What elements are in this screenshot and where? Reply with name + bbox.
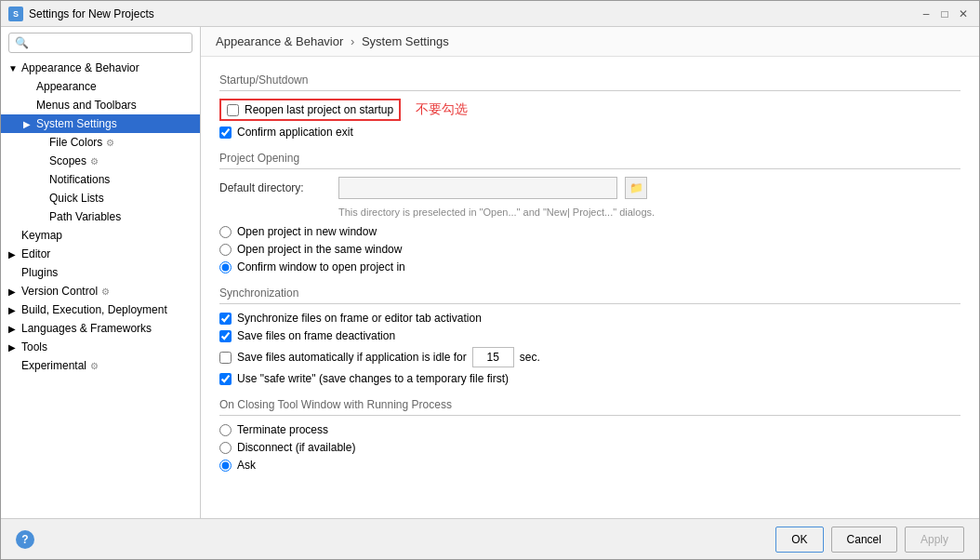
disconnect-label: Disconnect (if available) bbox=[237, 441, 355, 454]
settings-icon: ⚙ bbox=[101, 287, 110, 297]
terminate-row: Terminate process bbox=[219, 423, 960, 436]
save-deactivation-checkbox[interactable] bbox=[219, 330, 232, 342]
sidebar-item-build-execution[interactable]: ▶ Build, Execution, Deployment bbox=[1, 300, 200, 319]
ask-row: Ask bbox=[219, 459, 960, 472]
settings-icon: ⚙ bbox=[90, 361, 99, 371]
project-opening-section-header: Project Opening bbox=[219, 152, 960, 169]
search-icon: 🔍 bbox=[15, 36, 29, 49]
confirm-exit-checkbox[interactable] bbox=[219, 127, 232, 139]
breadcrumb-part1: Appearance & Behavior bbox=[216, 34, 343, 48]
cancel-button[interactable]: Cancel bbox=[831, 527, 897, 553]
expand-arrow: ▶ bbox=[8, 287, 21, 297]
disconnect-radio[interactable] bbox=[219, 442, 232, 454]
folder-icon: 📁 bbox=[629, 181, 643, 194]
ok-button[interactable]: OK bbox=[775, 527, 823, 553]
window-controls: – □ ✕ bbox=[918, 6, 972, 22]
sidebar-label: Languages & Frameworks bbox=[21, 322, 152, 335]
sidebar-item-version-control[interactable]: ▶ Version Control ⚙ bbox=[1, 282, 200, 300]
footer-buttons: OK Cancel Apply bbox=[775, 527, 964, 553]
browse-button[interactable]: 📁 bbox=[625, 177, 647, 199]
search-box[interactable]: 🔍 bbox=[8, 33, 192, 53]
open-same-window-radio[interactable] bbox=[219, 244, 232, 256]
open-new-window-row: Open project in new window bbox=[219, 225, 960, 238]
sidebar-label: System Settings bbox=[36, 117, 117, 130]
confirm-window-row: Confirm window to open project in bbox=[219, 260, 960, 273]
titlebar: S Settings for New Projects – □ ✕ bbox=[1, 1, 979, 27]
sync-files-checkbox[interactable] bbox=[219, 313, 232, 325]
sidebar-item-plugins[interactable]: Plugins bbox=[1, 263, 200, 282]
default-directory-input[interactable] bbox=[338, 177, 617, 199]
expand-arrow: ▶ bbox=[23, 119, 36, 129]
confirm-exit-row: Confirm application exit bbox=[219, 126, 960, 139]
sidebar-label: Editor bbox=[21, 247, 50, 260]
ask-radio[interactable] bbox=[219, 460, 232, 472]
breadcrumb: Appearance & Behavior › System Settings bbox=[201, 27, 979, 57]
close-button[interactable]: ✕ bbox=[955, 6, 972, 22]
sidebar-label: Experimental bbox=[21, 359, 86, 372]
sidebar-item-quick-lists[interactable]: Quick Lists bbox=[1, 189, 200, 207]
sync-files-row: Synchronize files on frame or editor tab… bbox=[219, 312, 960, 325]
sidebar-item-appearance[interactable]: Appearance bbox=[1, 77, 200, 96]
save-idle-label: Save files automatically if application … bbox=[237, 351, 467, 364]
default-directory-row: Default directory: 📁 bbox=[219, 177, 960, 199]
footer-left: ? bbox=[16, 530, 34, 549]
expand-arrow: ▶ bbox=[8, 305, 21, 315]
sidebar-label: File Colors bbox=[49, 136, 102, 149]
directory-hint: This directory is preselected in "Open..… bbox=[338, 207, 960, 218]
sidebar-item-file-colors[interactable]: File Colors ⚙ bbox=[1, 133, 200, 152]
expand-arrow: ▶ bbox=[8, 324, 21, 334]
idle-unit: sec. bbox=[520, 351, 540, 364]
open-same-window-row: Open project in the same window bbox=[219, 243, 960, 256]
sidebar-item-keymap[interactable]: Keymap bbox=[1, 226, 200, 245]
settings-icon: ⚙ bbox=[90, 156, 99, 167]
expand-arrow: ▶ bbox=[8, 249, 21, 260]
save-idle-checkbox[interactable] bbox=[219, 352, 232, 364]
sidebar-item-notifications[interactable]: Notifications bbox=[1, 170, 200, 189]
open-same-window-label: Open project in the same window bbox=[237, 243, 402, 256]
default-directory-label: Default directory: bbox=[219, 181, 331, 194]
open-new-window-radio[interactable] bbox=[219, 226, 232, 238]
sidebar-item-scopes[interactable]: Scopes ⚙ bbox=[1, 152, 200, 170]
open-new-window-label: Open project in new window bbox=[237, 225, 377, 238]
sidebar-label: Scopes bbox=[49, 154, 86, 167]
content-area: Appearance & Behavior › System Settings … bbox=[201, 27, 979, 518]
help-button[interactable]: ? bbox=[16, 530, 34, 549]
sidebar-item-experimental[interactable]: Experimental ⚙ bbox=[1, 356, 200, 375]
reopen-last-project-checkbox[interactable] bbox=[227, 104, 239, 116]
apply-button[interactable]: Apply bbox=[905, 527, 964, 553]
sidebar-label: Tools bbox=[21, 340, 47, 353]
sidebar-item-tools[interactable]: ▶ Tools bbox=[1, 338, 200, 356]
sidebar-item-menus-toolbars[interactable]: Menus and Toolbars bbox=[1, 96, 200, 114]
minimize-button[interactable]: – bbox=[918, 6, 934, 22]
sync-section-header: Synchronization bbox=[219, 287, 960, 304]
search-input[interactable] bbox=[33, 36, 186, 49]
sidebar-label: Appearance & Behavior bbox=[21, 61, 139, 74]
sidebar-item-path-variables[interactable]: Path Variables bbox=[1, 207, 200, 226]
startup-section-header: Startup/Shutdown bbox=[219, 73, 960, 91]
sidebar-label: Keymap bbox=[21, 229, 62, 242]
save-deactivation-row: Save files on frame deactivation bbox=[219, 329, 960, 342]
sidebar-label: Path Variables bbox=[49, 210, 121, 223]
settings-window: S Settings for New Projects – □ ✕ 🔍 ▼ Ap… bbox=[0, 0, 980, 560]
sidebar-item-appearance-behavior[interactable]: ▼ Appearance & Behavior bbox=[1, 59, 200, 77]
sidebar-item-languages-frameworks[interactable]: ▶ Languages & Frameworks bbox=[1, 319, 200, 338]
maximize-button[interactable]: □ bbox=[936, 6, 953, 22]
terminate-radio[interactable] bbox=[219, 424, 232, 436]
sidebar-label: Plugins bbox=[21, 266, 58, 279]
footer: ? OK Cancel Apply bbox=[1, 518, 979, 559]
expand-arrow: ▼ bbox=[8, 63, 21, 73]
confirm-exit-label: Confirm application exit bbox=[237, 126, 353, 139]
settings-icon: ⚙ bbox=[106, 138, 114, 148]
settings-tree: ▼ Appearance & Behavior Appearance Menus… bbox=[1, 59, 200, 518]
save-deactivation-label: Save files on frame deactivation bbox=[237, 329, 395, 342]
confirm-window-radio[interactable] bbox=[219, 261, 232, 273]
red-annotation-text: 不要勾选 bbox=[416, 101, 468, 118]
safe-write-label: Use "safe write" (save changes to a temp… bbox=[237, 372, 509, 385]
safe-write-checkbox[interactable] bbox=[219, 373, 232, 385]
sidebar: 🔍 ▼ Appearance & Behavior Appearance Men… bbox=[1, 27, 201, 518]
sidebar-item-editor[interactable]: ▶ Editor bbox=[1, 245, 200, 263]
sidebar-item-system-settings[interactable]: ▶ System Settings bbox=[1, 114, 200, 133]
breadcrumb-part2: System Settings bbox=[362, 34, 449, 48]
main-content: 🔍 ▼ Appearance & Behavior Appearance Men… bbox=[1, 27, 979, 518]
idle-value-input[interactable]: 15 bbox=[472, 347, 514, 367]
